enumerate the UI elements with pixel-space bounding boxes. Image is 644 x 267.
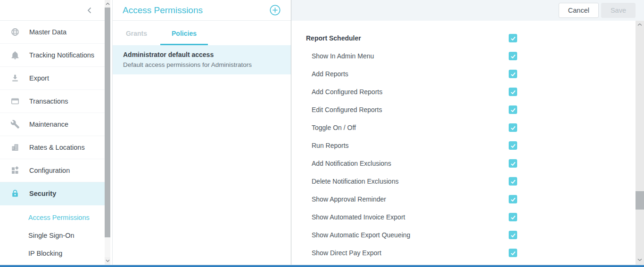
permission-row-run-reports: Run Reports [291,137,636,154]
sidebar: Master DataTracking NotificationsExportT… [0,0,105,265]
sidebar-item-label: Transactions [29,97,68,105]
permission-checkbox[interactable] [509,213,517,221]
chevron-down-icon [106,259,110,262]
sidebar-scrollbar[interactable] [105,0,110,265]
checkmark-icon [510,35,517,42]
sidebar-subitem-access-permissions[interactable]: Access Permissions [0,209,105,227]
save-button[interactable]: Save [601,3,636,18]
permission-label: Add Notification Exclusions [291,160,391,167]
permission-label: Show Automated Invoice Export [291,213,405,221]
sidebar-item-label: Export [29,74,49,82]
plus-circle-icon [269,4,281,16]
checkmark-icon [510,250,517,257]
sidebar-item-master-data[interactable]: Master Data [0,21,105,44]
permission-row-show-approval-reminder: Show Approval Reminder [291,190,636,208]
sidebar-item-maintenance[interactable]: Maintenance [0,113,105,136]
main-scrollbar-thumb[interactable] [636,191,644,210]
permission-checkbox[interactable] [509,34,517,42]
sidebar-subitem-single-sign-on[interactable]: Single Sign-On [0,227,105,244]
sidebar-item-transactions[interactable]: Transactions [0,90,105,113]
panel-tabs: Grants Policies [113,21,291,45]
sidebar-item-security[interactable]: Security [0,182,105,205]
sidebar-subitem-ip-blocking[interactable]: IP Blocking [0,244,105,262]
permission-checkbox[interactable] [509,70,517,78]
lock-icon [10,189,20,198]
add-policy-button[interactable] [269,4,281,16]
permission-row-add-reports: Add Reports [291,65,636,83]
sidebar-item-export[interactable]: Export [0,67,105,90]
checkmark-icon [510,214,517,221]
main-scrollbar-down-button[interactable] [636,256,644,264]
permission-row-edit-configured-reports: Edit Configured Reports [291,101,636,119]
sidebar-item-label: Maintenance [29,121,68,128]
permission-row-toggle-on-off: Toggle On / Off [291,119,636,137]
policy-list-item[interactable]: Administrator default access Default acc… [113,45,291,74]
permission-checkbox[interactable] [509,105,517,114]
permission-checkbox[interactable] [509,123,517,132]
sidebar-scrollbar-down-button[interactable] [105,257,110,265]
permission-checkbox[interactable] [509,177,517,186]
cancel-button[interactable]: Cancel [559,3,599,18]
globe-icon [10,27,20,37]
main-scrollbar-up-button[interactable] [636,21,644,28]
permission-row-delete-notification-exclusions: Delete Notification Exclusions [291,172,636,190]
permission-row-add-notification-exclusions: Add Notification Exclusions [291,154,636,172]
permission-label: Add Configured Reports [291,88,382,96]
sidebar-collapse-button[interactable] [86,6,93,15]
policy-title: Administrator default access [123,51,281,58]
permission-checkbox[interactable] [509,141,517,150]
sidebar-submenu: Access PermissionsSingle Sign-OnIP Block… [0,205,105,262]
card-icon [10,97,20,106]
main-area: Cancel Save Report SchedulerShow In Admi… [291,0,644,265]
sidebar-item-rates-locations[interactable]: Rates & Locations [0,136,105,159]
action-toolbar: Cancel Save [291,0,644,21]
checkmark-icon [510,71,517,78]
checkmark-icon [510,124,517,131]
checkmark-icon [510,142,517,149]
permission-label: Edit Configured Reports [291,106,382,113]
sidebar-scrollbar-thumb[interactable] [105,8,110,237]
permission-label: Show Automatic Export Queueing [291,231,410,239]
permission-checkbox[interactable] [509,52,517,60]
permission-row-add-configured-reports: Add Configured Reports [291,83,636,101]
permission-checkbox[interactable] [509,88,517,96]
permission-checkbox[interactable] [509,231,517,239]
permission-label: Add Reports [291,70,348,78]
checkmark-icon [510,196,517,203]
sidebar-subitem-label: IP Blocking [28,250,62,257]
sidebar-item-label: Configuration [29,167,70,174]
checkmark-icon [510,53,517,60]
sidebar-scrollbar-up-button[interactable] [105,0,110,8]
permission-row-report-scheduler: Report Scheduler [291,29,636,47]
panel-header: Access Permissions [113,0,291,21]
tab-grants[interactable]: Grants [113,21,160,45]
permission-row-show-direct-pay-export: Show Direct Pay Export [291,244,636,262]
permission-label: Run Reports [291,142,349,149]
permission-label: Show Approval Reminder [291,195,386,203]
checkmark-icon [510,89,517,96]
permission-label: Show Direct Pay Export [291,249,381,257]
wrench-icon [10,120,20,129]
panel-title: Access Permissions [123,5,203,16]
permission-checkbox[interactable] [509,159,517,168]
window-bottom-border [0,265,644,267]
download-icon [10,73,20,83]
permission-label: Delete Notification Exclusions [291,178,398,185]
checkmark-icon [510,160,517,167]
building-icon [10,143,20,152]
permission-row-show-in-admin-menu: Show In Admin Menu [291,47,636,65]
chevron-up-icon [106,2,110,5]
checkmark-icon [510,232,517,239]
permissions-list: Report SchedulerShow In Admin MenuAdd Re… [291,21,636,265]
main-scrollbar[interactable] [636,21,644,265]
permissions-body: Report SchedulerShow In Admin MenuAdd Re… [291,21,644,265]
tab-policies[interactable]: Policies [160,21,208,45]
permission-checkbox[interactable] [509,195,517,203]
permission-checkbox[interactable] [509,249,517,257]
chevron-down-icon [637,259,642,261]
sidebar-item-configuration[interactable]: Configuration [0,159,105,182]
sidebar-item-tracking-notifications[interactable]: Tracking Notifications [0,44,105,67]
chevron-up-icon [637,23,642,26]
checkmark-icon [510,178,517,185]
bell-icon [10,50,20,60]
